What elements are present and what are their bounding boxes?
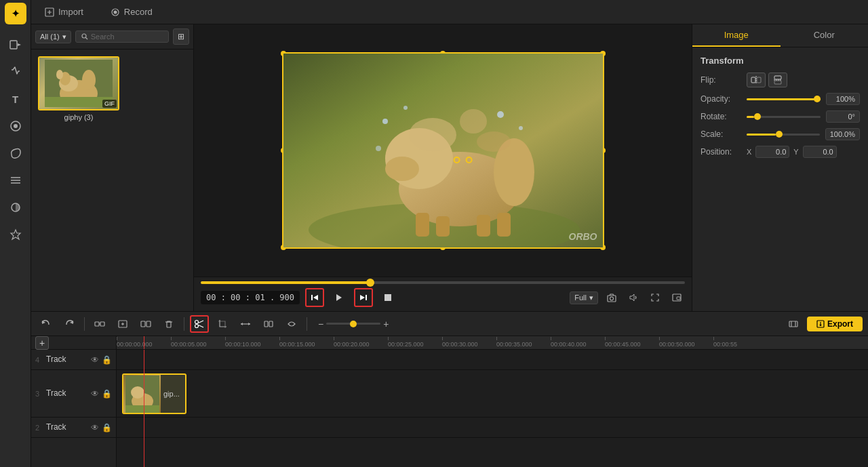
svg-rect-32 xyxy=(477,215,490,237)
right-content: Transform Flip: Opacity: xyxy=(692,47,868,311)
stop-button[interactable] xyxy=(378,288,397,307)
timeline-progress xyxy=(201,281,370,284)
tab-import[interactable]: Import xyxy=(31,0,97,24)
clip-track-3[interactable]: gip... xyxy=(117,370,868,418)
flip-horizontal-button[interactable] xyxy=(747,73,766,87)
scale-value[interactable]: 100.0% xyxy=(825,128,860,140)
add-clip-icon xyxy=(117,319,128,329)
svg-marker-8 xyxy=(11,230,20,239)
sidebar-item-stickers[interactable] xyxy=(3,141,28,165)
position-y-input[interactable]: 0.0 xyxy=(803,146,837,158)
opacity-slider[interactable] xyxy=(747,98,821,100)
flip-row: Flip: xyxy=(701,73,860,87)
svg-point-66 xyxy=(195,320,199,323)
delete-button[interactable] xyxy=(159,315,178,333)
scale-slider-thumb xyxy=(776,131,783,138)
flip-vertical-button[interactable] xyxy=(768,73,787,87)
mask-button[interactable] xyxy=(282,315,301,333)
zoom-dropdown[interactable]: Full ▾ xyxy=(570,291,598,304)
ruler-mark-10: 00:00:50.000 xyxy=(659,337,713,348)
media-item-label: giphy (3) xyxy=(64,113,94,121)
svg-point-38 xyxy=(376,146,381,151)
svg-rect-58 xyxy=(100,322,104,326)
clip-track-4[interactable] xyxy=(117,350,868,370)
group-button[interactable] xyxy=(90,315,109,333)
media-filter-dropdown[interactable]: All (1) ▾ xyxy=(35,31,71,43)
sidebar-item-audio[interactable] xyxy=(3,60,28,84)
list-item[interactable]: GIF giphy (3) xyxy=(38,56,119,121)
add-track-button[interactable]: + xyxy=(35,336,49,350)
position-x-input[interactable]: 0.0 xyxy=(755,146,789,158)
chevron-down-icon: ▾ xyxy=(62,33,66,41)
media-items-grid: GIF giphy (3) xyxy=(31,49,193,128)
app-logo[interactable]: ✦ xyxy=(5,3,26,24)
ruler-mark-7: 00:00:35.000 xyxy=(496,337,551,348)
track-visibility-icon-4[interactable]: 👁 xyxy=(91,355,99,365)
timeline-tracks: + 4 Track 👁 🔒 xyxy=(31,336,868,467)
track-lock-icon-3[interactable]: 🔒 xyxy=(102,389,112,399)
scale-slider[interactable] xyxy=(747,134,820,136)
zoom-plus-icon[interactable]: + xyxy=(383,319,389,329)
preview-timeline-bar[interactable] xyxy=(201,281,685,284)
position-row: Position: X 0.0 Y 0.0 xyxy=(701,146,860,158)
media-search-bar[interactable]: Search xyxy=(75,31,169,43)
clip-track-2[interactable] xyxy=(117,418,868,438)
track-visibility-icon-2[interactable]: 👁 xyxy=(91,423,99,432)
resize-button[interactable] xyxy=(236,315,255,333)
cut-button[interactable] xyxy=(190,315,209,333)
track-number-3: 3 xyxy=(35,390,43,398)
add-clip-button[interactable] xyxy=(113,315,132,333)
clip-item-giphy[interactable]: gip... xyxy=(122,373,186,414)
play-button[interactable] xyxy=(330,288,349,307)
media-grid-toggle[interactable]: ⊞ xyxy=(173,28,189,45)
sidebar-item-filters[interactable] xyxy=(3,195,28,220)
svg-marker-72 xyxy=(248,323,250,325)
zoom-minus-icon[interactable]: − xyxy=(318,319,323,329)
sidebar-item-effects[interactable] xyxy=(3,114,28,138)
split-button[interactable] xyxy=(259,315,278,333)
export-icon xyxy=(816,320,825,328)
pip-button[interactable] xyxy=(669,289,685,306)
tab-color[interactable]: Color xyxy=(781,24,869,47)
stop-icon xyxy=(384,294,391,301)
svg-rect-33 xyxy=(497,213,511,237)
undo-button[interactable] xyxy=(37,315,56,333)
tab-record[interactable]: Record xyxy=(97,0,166,24)
screenshot-button[interactable] xyxy=(604,289,620,306)
rotate-slider[interactable] xyxy=(747,116,821,118)
sidebar-item-media[interactable] xyxy=(3,33,28,57)
export-button[interactable]: Export xyxy=(807,317,863,331)
redo-button[interactable] xyxy=(60,315,79,333)
tab-image[interactable]: Image xyxy=(692,24,781,47)
ruler-mark-1: 00:00:05.000 xyxy=(171,337,225,348)
step-forward-button[interactable] xyxy=(354,288,373,307)
track-lock-icon-4[interactable]: 🔒 xyxy=(102,355,112,365)
sidebar-item-favorites[interactable] xyxy=(3,222,28,247)
sidebar-item-transitions[interactable] xyxy=(3,168,28,192)
audio-button[interactable] xyxy=(625,289,642,306)
pip-icon xyxy=(672,293,682,302)
resize-icon xyxy=(240,319,251,329)
clip-thumb-svg xyxy=(125,375,159,413)
scissors-icon xyxy=(194,319,205,329)
step-back-button[interactable] xyxy=(305,288,324,307)
rotate-value[interactable]: 0° xyxy=(826,110,860,123)
svg-point-28 xyxy=(460,109,487,134)
zoom-slider-track[interactable] xyxy=(326,323,380,325)
content-area: All (1) ▾ Search ⊞ xyxy=(31,24,868,311)
fullscreen-button[interactable] xyxy=(647,289,663,306)
crop-button[interactable] xyxy=(213,315,232,333)
detach-icon xyxy=(140,319,151,329)
sidebar-item-text[interactable]: T xyxy=(3,87,28,111)
track-lock-icon-2[interactable]: 🔒 xyxy=(102,423,112,432)
opacity-slider-thumb xyxy=(814,96,821,102)
detach-button[interactable] xyxy=(136,315,155,333)
top-bar: Import Record xyxy=(31,0,868,24)
import-icon xyxy=(45,7,54,17)
opacity-value[interactable]: 100% xyxy=(826,93,860,105)
search-placeholder: Search xyxy=(91,33,115,41)
delete-icon xyxy=(164,319,174,329)
track-visibility-icon-3[interactable]: 👁 xyxy=(91,389,99,399)
export-settings-button[interactable] xyxy=(784,315,803,333)
rotate-label: Rotate: xyxy=(701,112,741,121)
